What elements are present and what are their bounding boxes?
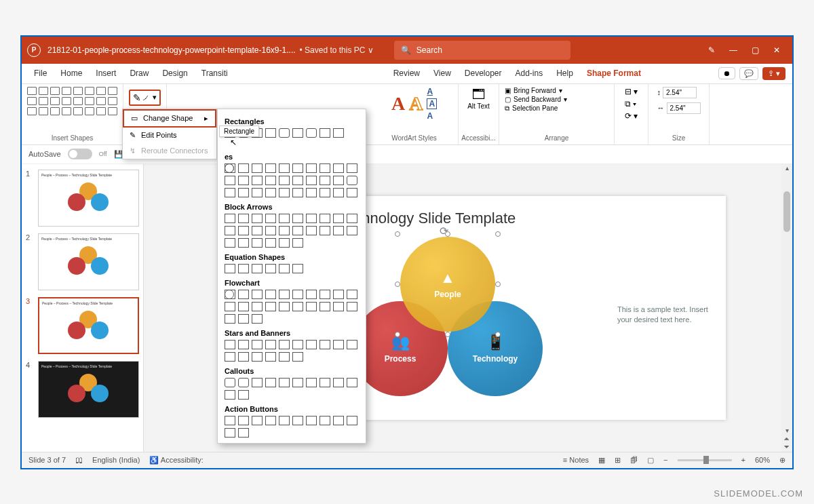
text-outline-button[interactable]: A: [427, 98, 437, 109]
search-icon: 🔍: [401, 45, 411, 55]
alt-text-label: Alt Text: [467, 102, 490, 110]
share-button[interactable]: ⇪ ▾: [762, 67, 786, 80]
maximize-button[interactable]: ▢: [750, 45, 760, 55]
content-area: 1People – Process – Technology Slide Tem…: [22, 164, 792, 452]
tab-view[interactable]: View: [428, 66, 457, 81]
text-effects-button[interactable]: A: [427, 111, 437, 121]
reroute-icon: ↯: [130, 147, 136, 155]
change-shape-flyout: Rectangles Rectangle ↖ es Block Arrows E…: [217, 109, 366, 444]
chevron-down-icon: ▾: [153, 93, 157, 102]
autosave-state: Off: [99, 151, 107, 157]
shape-height-input[interactable]: [663, 87, 697, 98]
tab-transitions[interactable]: Transiti: [196, 66, 233, 81]
ribbon-options-icon[interactable]: ✎: [707, 45, 716, 55]
edit-shape-icon: ✎⟋: [133, 92, 151, 103]
wordart-style-1[interactable]: A: [391, 93, 405, 115]
zoom-level[interactable]: 60%: [755, 456, 770, 464]
tab-insert[interactable]: Insert: [90, 66, 121, 81]
cat-equation: Equation Shapes: [225, 253, 359, 261]
save-status[interactable]: • Saved to this PC ∨: [300, 45, 374, 55]
tab-draw[interactable]: Draw: [124, 66, 154, 81]
minimize-button[interactable]: ―: [729, 45, 738, 55]
menu-edit-points[interactable]: ✎ Edit Points: [123, 128, 216, 143]
slide-title[interactable]: echnology Slide Template: [346, 210, 712, 227]
view-normal-icon[interactable]: ▦: [598, 456, 605, 465]
selection-handles[interactable]: [398, 234, 498, 334]
alt-text-icon[interactable]: 🗔: [472, 87, 486, 102]
width-icon: ↔: [657, 104, 665, 112]
tab-review[interactable]: Review: [388, 66, 425, 81]
tab-file[interactable]: File: [28, 66, 52, 81]
thumb-2[interactable]: 2People – Process – Technology Slide Tem…: [26, 233, 139, 290]
zoom-slider[interactable]: [678, 459, 732, 461]
autosave-toggle[interactable]: [68, 149, 92, 159]
cat-callouts: Callouts: [225, 367, 359, 375]
zoom-out-button[interactable]: −: [663, 456, 667, 464]
shapes-equation[interactable]: [225, 264, 359, 273]
tab-design[interactable]: Design: [157, 66, 193, 81]
view-reading-icon[interactable]: 🗐: [630, 456, 638, 464]
notes-button[interactable]: ≡ Notes: [563, 456, 589, 464]
scroll-up-icon[interactable]: ▴: [781, 164, 792, 172]
shapes-arrows[interactable]: [225, 214, 359, 248]
view-slideshow-icon[interactable]: ▢: [647, 456, 654, 465]
cursor-icon: ↖: [230, 138, 359, 147]
rotate-button[interactable]: ⟳ ▾: [625, 111, 638, 121]
thumb-1[interactable]: 1People – Process – Technology Slide Tem…: [26, 170, 139, 227]
scroll-down-icon[interactable]: ▾: [781, 427, 792, 434]
menu-change-shape[interactable]: ▭ Change Shape ▸: [123, 109, 216, 128]
shapes-flowchart[interactable]: [225, 290, 359, 324]
group-align: ⊟ ▾ ⧉ ▾ ⟳ ▾: [615, 84, 648, 144]
tab-home[interactable]: Home: [55, 66, 88, 81]
cat-flowchart: Flowchart: [225, 279, 359, 287]
shape-tooltip: Rectangle: [219, 125, 259, 137]
view-sorter-icon[interactable]: ⊞: [615, 456, 621, 465]
send-backward-button[interactable]: ▢Send Backward ▾: [505, 96, 567, 103]
vertical-scrollbar[interactable]: ▴ ▾ ⏶ ⏷: [781, 164, 792, 452]
slide-thumbnails-panel[interactable]: 1People – Process – Technology Slide Tem…: [22, 164, 144, 452]
close-button[interactable]: ✕: [772, 45, 781, 55]
shapes-callouts[interactable]: [225, 378, 359, 400]
group-size: ↕ ↔ Size: [648, 84, 710, 144]
group-button[interactable]: ⧉ ▾: [625, 99, 638, 109]
wordart-style-2[interactable]: A: [409, 93, 423, 115]
group-wordart: A A A A A WordArt Styles: [370, 84, 459, 144]
shape-gallery[interactable]: [27, 87, 117, 115]
search-box[interactable]: 🔍 Search: [394, 41, 570, 60]
selection-pane-button[interactable]: ⧉Selection Pane: [505, 104, 567, 113]
tab-developer[interactable]: Developer: [459, 66, 507, 81]
zoom-in-button[interactable]: +: [741, 456, 745, 464]
bring-forward-button[interactable]: ▣Bring Forward ▾: [505, 87, 567, 94]
send-backward-icon: ▢: [505, 96, 511, 103]
shapes-basic[interactable]: [225, 163, 359, 197]
language-status[interactable]: English (India): [92, 456, 140, 464]
document-title: 21812-01-people-process-technology-power…: [47, 45, 296, 55]
tab-shape-format[interactable]: Shape Format: [581, 66, 646, 81]
tab-help[interactable]: Help: [551, 66, 579, 81]
ribbon: Insert Shapes ✎⟋ ▾ A A A A A WordArt Sty…: [22, 84, 792, 145]
shape-width-input[interactable]: [667, 102, 701, 114]
sample-text[interactable]: This is a sample text. Insert your desir…: [617, 305, 712, 326]
fit-window-icon[interactable]: ⊕: [779, 456, 786, 465]
align-button[interactable]: ⊟ ▾: [625, 87, 638, 96]
slide-counter[interactable]: Slide 3 of 7: [28, 456, 66, 464]
shapes-stars[interactable]: [225, 340, 359, 362]
accessibility-status[interactable]: ♿ Accessibility:: [149, 456, 203, 465]
tab-addins[interactable]: Add-ins: [510, 66, 549, 81]
record-button[interactable]: ⏺: [718, 67, 735, 79]
thumb-4[interactable]: 4People – Process – Technology Slide Tem…: [26, 361, 139, 418]
comments-button[interactable]: 💬: [739, 67, 758, 80]
edit-shape-button[interactable]: ✎⟋ ▾: [129, 90, 161, 106]
prev-slide-icon[interactable]: ⏶: [781, 435, 792, 442]
spellcheck-icon[interactable]: 🕮: [75, 456, 83, 464]
group-label-arrange: Arrange: [545, 134, 569, 142]
scroll-thumb[interactable]: [783, 191, 790, 232]
edit-points-icon: ✎: [130, 131, 136, 140]
people-group-icon: 👥: [391, 334, 410, 351]
next-slide-icon[interactable]: ⏷: [781, 443, 792, 450]
thumb-3[interactable]: 3People – Process – Technology Slide Tem…: [26, 297, 139, 354]
group-accessibility: 🗔 Alt Text Accessibi...: [459, 84, 499, 144]
text-fill-button[interactable]: A: [427, 87, 437, 96]
cat-block-arrows: Block Arrows: [225, 203, 359, 211]
shapes-action[interactable]: [225, 416, 359, 438]
